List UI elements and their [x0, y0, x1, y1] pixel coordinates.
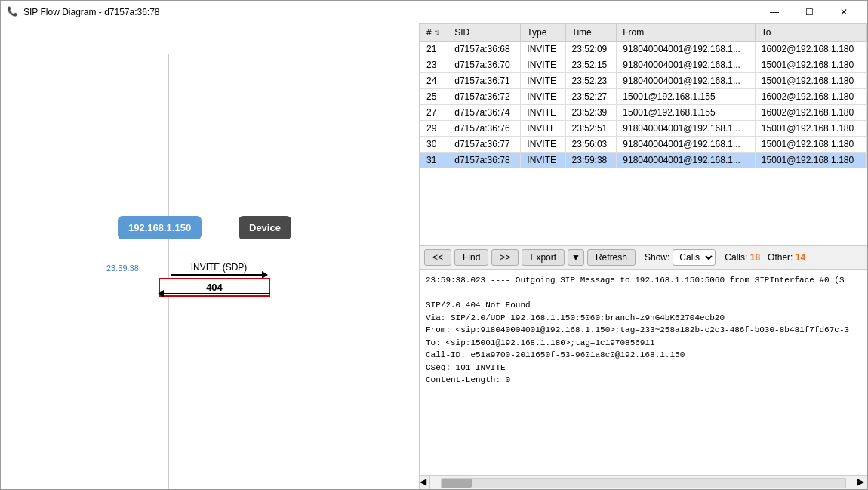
cell-from: 918040004001@192.168.1...: [617, 121, 756, 137]
msg-line5: From: <sip:918040004001@192.168.1.150>;t…: [426, 324, 861, 337]
col-hash: # ⇅: [420, 24, 448, 42]
invite-arrow-line: [171, 274, 267, 276]
flow-time-label: 23:59:38: [106, 263, 139, 273]
cell-time: 23:56:03: [565, 137, 617, 153]
table-row[interactable]: 30d7157a:36:77INVITE23:56:03918040004001…: [420, 137, 867, 153]
table-header-row: # ⇅ SID Type Time From To: [420, 24, 867, 42]
main-window: 📞 SIP Flow Diagram - d7157a:36:78 — ☐ ✕ …: [0, 0, 868, 490]
bottom-scrollbar[interactable]: ◀ ▶: [420, 476, 867, 489]
refresh-button[interactable]: Refresh: [587, 249, 636, 266]
cell-from: 918040004001@192.168.1...: [617, 42, 756, 57]
export-dropdown-button[interactable]: ▼: [568, 249, 584, 266]
table-area: # ⇅ SID Type Time From To 21d7157a:36:68…: [420, 23, 867, 246]
msg-line3: SIP/2.0 404 Not Found: [426, 299, 861, 312]
sip-table: # ⇅ SID Type Time From To 21d7157a:36:68…: [420, 23, 867, 168]
cell-from: 15001@192.168.1.155: [617, 105, 756, 121]
flow-diagram-panel: 192.168.1.150 Device 23:59:38 INVITE (SD…: [1, 23, 420, 489]
next-button[interactable]: >>: [491, 249, 519, 266]
table-row[interactable]: 29d7157a:36:76INVITE23:52:51918040004001…: [420, 121, 867, 137]
cell-sid: d7157a:36:72: [448, 89, 521, 105]
prev-button[interactable]: <<: [424, 249, 451, 266]
scroll-right-btn[interactable]: ▶: [857, 476, 867, 489]
cell-type: INVITE: [521, 121, 565, 137]
table-row[interactable]: 27d7157a:36:74INVITE23:52:3915001@192.16…: [420, 105, 867, 121]
cell-id: 27: [420, 105, 448, 121]
flow-area: 192.168.1.150 Device 23:59:38 INVITE (SD…: [1, 23, 419, 489]
ip-node-label: 192.168.1.150: [128, 222, 191, 233]
window-controls: — ☐ ✕: [757, 1, 861, 23]
table-row[interactable]: 24d7157a:36:71INVITE23:52:23918040004001…: [420, 73, 867, 89]
col-to: To: [755, 24, 866, 42]
cell-from: 918040004001@192.168.1...: [617, 153, 756, 168]
sort-icon-hash: ⇅: [434, 29, 440, 37]
table-scroll[interactable]: # ⇅ SID Type Time From To 21d7157a:36:68…: [420, 23, 867, 227]
calls-count-value: 18: [750, 252, 760, 263]
calls-select[interactable]: Calls: [673, 249, 716, 266]
msg-line7: Call-ID: e51a9700-2011650f-53-9601a8c0@1…: [426, 349, 861, 362]
col-sid: SID: [448, 24, 521, 42]
cell-id: 31: [420, 153, 448, 168]
cell-id: 24: [420, 73, 448, 89]
table-row[interactable]: 31d7157a:36:78INVITE23:59:38918040004001…: [420, 153, 867, 168]
other-label: Other:: [768, 252, 793, 263]
cell-time: 23:52:09: [565, 42, 617, 57]
cell-from: 918040004001@192.168.1...: [617, 137, 756, 153]
table-row[interactable]: 23d7157a:36:70INVITE23:52:15918040004001…: [420, 57, 867, 73]
cell-sid: d7157a:36:70: [448, 57, 521, 73]
invite-label: INVITE (SDP): [171, 262, 267, 273]
table-body: 21d7157a:36:68INVITE23:52:09918040004001…: [420, 42, 867, 168]
calls-count: Calls: 18 Other: 14: [725, 252, 805, 263]
right-panel: # ⇅ SID Type Time From To 21d7157a:36:68…: [420, 23, 867, 489]
msg-line8: CSeq: 101 INVITE: [426, 362, 861, 374]
col-type: Type: [521, 24, 565, 42]
minimize-button[interactable]: —: [757, 1, 792, 23]
message-area: 23:59:38.023 ---- Outgoing SIP Message t…: [420, 270, 867, 476]
device-node-label: Device: [249, 222, 281, 233]
export-button[interactable]: Export: [522, 249, 565, 266]
other-count-value: 14: [796, 252, 805, 263]
cell-from: 918040004001@192.168.1...: [617, 73, 756, 89]
cell-time: 23:52:39: [565, 105, 617, 121]
cell-time: 23:59:38: [565, 153, 617, 168]
table-row[interactable]: 21d7157a:36:68INVITE23:52:09918040004001…: [420, 42, 867, 57]
calls-count-label: Calls:: [725, 252, 747, 263]
ip-vertical-line: [168, 54, 169, 489]
main-content: 192.168.1.150 Device 23:59:38 INVITE (SD…: [1, 23, 867, 489]
h-scrollbar-track[interactable]: [441, 478, 846, 488]
device-node: Device: [239, 216, 291, 239]
window-icon: 📞: [7, 6, 19, 18]
cell-id: 30: [420, 137, 448, 153]
cell-to: 15001@192.168.1.180: [755, 73, 866, 89]
cell-time: 23:52:51: [565, 121, 617, 137]
cell-sid: d7157a:36:74: [448, 105, 521, 121]
response-arrow-line: [159, 293, 270, 294]
cell-to: 15001@192.168.1.180: [755, 121, 866, 137]
title-bar: 📞 SIP Flow Diagram - d7157a:36:78 — ☐ ✕: [1, 1, 867, 23]
cell-sid: d7157a:36:76: [448, 121, 521, 137]
msg-line1: 23:59:38.023 ---- Outgoing SIP Message t…: [426, 274, 861, 287]
find-button[interactable]: Find: [454, 249, 488, 266]
cell-sid: d7157a:36:78: [448, 153, 521, 168]
msg-line2: [426, 287, 861, 300]
cell-sid: d7157a:36:71: [448, 73, 521, 89]
cell-to: 16002@192.168.1.180: [755, 105, 866, 121]
cell-to: 16002@192.168.1.180: [755, 89, 866, 105]
cell-id: 25: [420, 89, 448, 105]
cell-time: 23:52:27: [565, 89, 617, 105]
scroll-left-btn[interactable]: ◀: [420, 476, 430, 489]
table-row[interactable]: 25d7157a:36:72INVITE23:52:2715001@192.16…: [420, 89, 867, 105]
h-scrollbar-thumb[interactable]: [442, 479, 472, 488]
cell-to: 16002@192.168.1.180: [755, 42, 866, 57]
maximize-button[interactable]: ☐: [792, 1, 826, 23]
cell-type: INVITE: [521, 73, 565, 89]
cell-type: INVITE: [521, 57, 565, 73]
cell-from: 918040004001@192.168.1...: [617, 57, 756, 73]
cell-id: 21: [420, 42, 448, 57]
cell-to: 15001@192.168.1.180: [755, 57, 866, 73]
cell-id: 23: [420, 57, 448, 73]
cell-to: 15001@192.168.1.180: [755, 153, 866, 168]
cell-type: INVITE: [521, 42, 565, 57]
msg-line4: Via: SIP/2.0/UDP 192.168.1.150:5060;bran…: [426, 312, 861, 325]
close-button[interactable]: ✕: [826, 1, 861, 23]
cell-type: INVITE: [521, 89, 565, 105]
